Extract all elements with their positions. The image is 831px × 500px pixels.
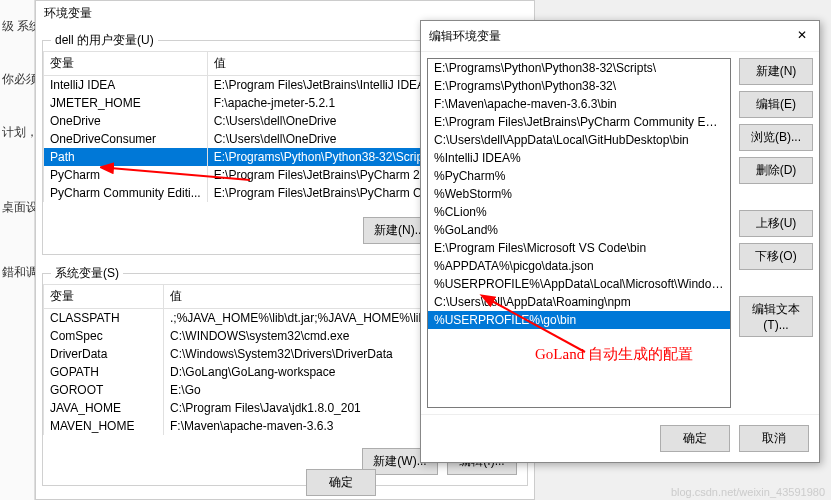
path-item[interactable]: E:\Program Files\JetBrains\PyCharm Commu… (428, 113, 730, 131)
bottom-buttons: 确定 (300, 469, 376, 496)
path-item[interactable]: %PyCharm% (428, 167, 730, 185)
left-strip: 级 系统 你必须作为 计划，内背 桌面设置 錯和调试信 (0, 0, 35, 500)
path-item[interactable]: %IntelliJ IDEA% (428, 149, 730, 167)
path-item[interactable]: E:\Program Files\Microsoft VS Code\bin (428, 239, 730, 257)
col-var[interactable]: 变量 (44, 285, 164, 309)
snip: 桌面设置 (0, 159, 34, 234)
edit-text-button[interactable]: 编辑文本(T)... (739, 296, 813, 337)
path-item[interactable]: %USERPROFILE%\AppData\Local\Microsoft\Wi… (428, 275, 730, 293)
path-item[interactable]: F:\Maven\apache-maven-3.6.3\bin (428, 95, 730, 113)
dialog-ok-button[interactable]: 确定 (660, 425, 730, 452)
path-item[interactable]: E:\Programs\Python\Python38-32\ (428, 77, 730, 95)
path-item[interactable]: %GoLand% (428, 221, 730, 239)
path-item[interactable]: %USERPROFILE%\go\bin (428, 311, 730, 329)
user-vars-label: dell 的用户变量(U) (51, 32, 158, 49)
snip: 你必须作为 (0, 53, 34, 106)
move-down-button[interactable]: 下移(O) (739, 243, 813, 270)
dialog-title: 编辑环境变量 (429, 28, 501, 45)
path-item[interactable]: %CLion% (428, 203, 730, 221)
path-item[interactable]: C:\Users\dell\AppData\Local\GitHubDeskto… (428, 131, 730, 149)
snip: 计划，内背 (0, 106, 34, 159)
snip: 级 系统 (0, 0, 34, 53)
ok-button[interactable]: 确定 (306, 469, 376, 496)
move-up-button[interactable]: 上移(U) (739, 210, 813, 237)
delete-button[interactable]: 删除(D) (739, 157, 813, 184)
dialog-cancel-button[interactable]: 取消 (739, 425, 809, 452)
close-icon[interactable]: ✕ (793, 27, 811, 45)
new-button[interactable]: 新建(N) (739, 58, 813, 85)
path-item[interactable]: %APPDATA%\picgo\data.json (428, 257, 730, 275)
sys-vars-label: 系统变量(S) (51, 265, 123, 282)
path-item[interactable]: C:\Users\dell\AppData\Roaming\npm (428, 293, 730, 311)
browse-button[interactable]: 浏览(B)... (739, 124, 813, 151)
path-item[interactable]: E:\Programs\Python\Python38-32\Scripts\ (428, 59, 730, 77)
edit-button[interactable]: 编辑(E) (739, 91, 813, 118)
watermark: blog.csdn.net/weixin_43591980 (671, 486, 825, 498)
path-item[interactable]: %WebStorm% (428, 185, 730, 203)
edit-path-dialog: 编辑环境变量 ✕ E:\Programs\Python\Python38-32\… (420, 20, 820, 463)
col-var[interactable]: 变量 (44, 52, 208, 76)
annotation-text: GoLand 自动生成的配置 (535, 345, 693, 364)
snip: 錯和调试信 (0, 234, 34, 299)
